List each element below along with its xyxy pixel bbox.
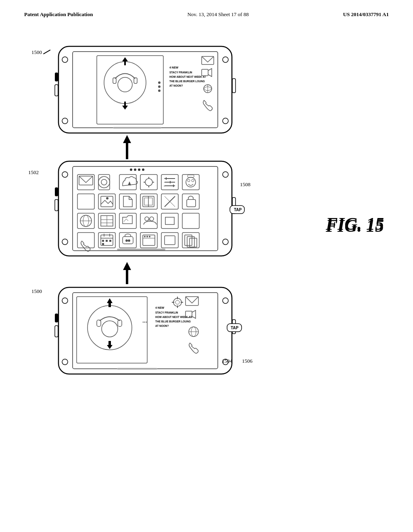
svg-point-45 (142, 168, 144, 171)
label-1508: 1508 (240, 181, 250, 188)
svg-rect-15 (124, 61, 126, 65)
svg-rect-151 (108, 303, 111, 307)
svg-rect-153 (108, 341, 111, 345)
svg-rect-139 (55, 326, 58, 337)
label-1506: 1506 (242, 358, 252, 364)
svg-rect-97 (119, 213, 136, 229)
svg-rect-51 (119, 175, 136, 190)
label-1504: 1504 (222, 358, 232, 364)
svg-text:TAP: TAP (231, 326, 239, 330)
arrow-mid-to-bot (117, 262, 137, 284)
label-1502: 1502 (28, 169, 39, 176)
svg-rect-115 (119, 233, 136, 248)
page-header: Patent Application Publication Nov. 13, … (0, 11, 413, 18)
label-1500-top: 1500 (31, 49, 42, 56)
svg-point-20 (158, 89, 161, 92)
svg-rect-171 (117, 368, 157, 370)
svg-text:AT NOON?: AT NOON? (169, 84, 183, 87)
svg-point-42 (130, 168, 132, 171)
svg-rect-112 (106, 240, 108, 242)
svg-rect-102 (161, 213, 178, 229)
svg-text:THE BLUE BURGER LOUNG: THE BLUE BURGER LOUNG (155, 320, 191, 323)
header-right: US 2014/0337791 A1 (343, 11, 389, 18)
arrow-top-to-mid (117, 135, 137, 159)
svg-rect-104 (182, 213, 199, 229)
svg-rect-32 (126, 143, 128, 159)
svg-text:o: o (164, 184, 165, 187)
svg-rect-113 (109, 240, 111, 242)
svg-rect-74 (77, 194, 94, 209)
bot-phone-diagram: ••• 4 NEW STACY FRANKLIN HOW ABOUT NEXT … (44, 285, 270, 380)
svg-rect-3 (55, 85, 58, 96)
svg-rect-53 (140, 175, 157, 190)
header-left: Patent Application Publication (24, 11, 93, 18)
svg-rect-17 (124, 102, 126, 106)
svg-point-124 (149, 236, 150, 237)
svg-rect-125 (161, 233, 178, 248)
svg-rect-145 (77, 297, 147, 363)
svg-rect-36 (55, 200, 58, 211)
svg-text:•••: ••• (142, 320, 147, 324)
mid-phone-diagram: + = - o (44, 159, 270, 260)
svg-rect-2 (55, 73, 58, 81)
svg-point-44 (138, 168, 140, 171)
svg-text:STACY FRANKLIN: STACY FRANKLIN (155, 311, 178, 314)
svg-rect-30 (113, 127, 161, 129)
svg-point-43 (134, 168, 136, 171)
header-center: Nov. 13, 2014 Sheet 17 of 88 (187, 11, 248, 18)
svg-rect-131 (117, 249, 165, 250)
svg-point-18 (158, 81, 161, 84)
svg-rect-111 (102, 240, 104, 242)
svg-point-122 (144, 236, 146, 237)
svg-rect-114 (102, 243, 104, 245)
svg-text:THE BLUE BURGER LOUNG: THE BLUE BURGER LOUNG (169, 80, 205, 83)
svg-text:4 NEW: 4 NEW (169, 66, 179, 69)
main-content: 4 NEW STACY FRANKLIN HOW ABOUT NEXT WEEK… (0, 32, 413, 532)
svg-text:ag: ag (148, 218, 150, 221)
svg-marker-31 (123, 135, 131, 143)
svg-rect-138 (55, 314, 58, 322)
svg-point-77 (106, 197, 108, 200)
svg-rect-105 (77, 233, 94, 248)
svg-text:+ =: + = (164, 177, 168, 180)
svg-marker-134 (123, 262, 131, 270)
svg-point-19 (158, 85, 161, 88)
svg-text:HOW ABOUT NEXT WEEK AT: HOW ABOUT NEXT WEEK AT (155, 316, 192, 318)
svg-rect-69 (182, 175, 199, 190)
svg-text:4 NEW: 4 NEW (155, 306, 165, 309)
svg-rect-135 (126, 270, 128, 284)
svg-point-118 (128, 239, 130, 242)
svg-rect-4 (232, 79, 236, 93)
top-phone-diagram: 4 NEW STACY FRANKLIN HOW ABOUT NEXT WEEK… (44, 44, 270, 137)
svg-text:AT NOON?: AT NOON? (155, 324, 169, 327)
label-1500-bot: 1500 (31, 288, 42, 295)
svg-rect-35 (55, 187, 58, 196)
svg-point-123 (146, 236, 148, 237)
svg-text:HOW ABOUT NEXT WEEK AT: HOW ABOUT NEXT WEEK AT (169, 75, 206, 78)
svg-point-117 (125, 239, 128, 242)
figure-label: FIG. 15 (326, 214, 384, 234)
svg-text:TAP: TAP (234, 208, 242, 212)
svg-text:STACY FRANKLIN: STACY FRANKLIN (169, 71, 192, 74)
